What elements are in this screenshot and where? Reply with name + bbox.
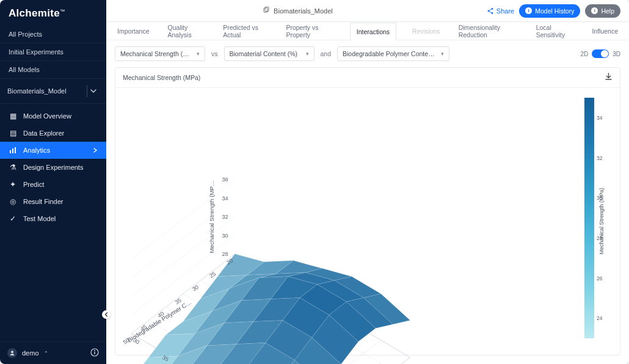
tab-interactions[interactable]: Interactions <box>350 23 396 41</box>
tab-influence[interactable]: Influence <box>589 22 620 40</box>
help-label: Help <box>601 7 614 15</box>
nav-all-models[interactable]: All Models <box>0 61 106 78</box>
model-history-label: Model History <box>535 7 574 15</box>
layers-icon: ▦ <box>9 112 17 120</box>
svg-marker-64 <box>131 356 178 364</box>
sidebar-item-result-finder[interactable]: ◎ Result Finder <box>0 193 106 210</box>
model-selector-label: Biomaterials_Model <box>7 87 67 95</box>
colorbar: 242628303234 Mechanical Strength (MPa) <box>584 98 605 338</box>
share-label: Share <box>496 7 514 15</box>
tab-revisions: Revisions <box>410 22 443 40</box>
share-button[interactable]: Share <box>487 7 514 15</box>
chevron-down-icon: ▾ <box>197 51 200 57</box>
main-content: Biomaterials_Model Share i Model History… <box>106 0 629 364</box>
user-menu[interactable]: demo ⌃ <box>7 348 48 358</box>
avatar-icon <box>7 348 17 358</box>
sidebar-item-predict[interactable]: ✦ Predict <box>0 176 106 193</box>
info-dot-icon: i <box>591 7 598 14</box>
svg-text:34: 34 <box>222 195 228 202</box>
sidebar: Alchemite™ All Projects Initial Experime… <box>0 0 106 364</box>
chart-panel-header: Mechanical Strength (MPa) <box>115 68 620 88</box>
info-icon[interactable] <box>90 348 99 358</box>
select-value: Biomaterial Content (%) <box>230 50 297 57</box>
tab-predicted-vs-actual[interactable]: Predicted vs Actual <box>220 22 270 40</box>
top-actions: Share i Model History i Help <box>487 4 620 18</box>
toggle-3d-label: 3D <box>613 51 620 57</box>
svg-rect-1 <box>12 148 13 153</box>
copy-icon[interactable] <box>263 7 270 15</box>
sidebar-item-label: Result Finder <box>23 198 63 205</box>
user-name: demo <box>22 349 39 357</box>
chevron-up-icon: ⌃ <box>44 351 48 356</box>
collapse-sidebar-button[interactable] <box>102 310 111 319</box>
svg-text:25: 25 <box>208 271 217 279</box>
chevron-down-icon: ▾ <box>441 51 444 57</box>
svg-text:30: 30 <box>191 284 200 293</box>
tab-quality-analysis[interactable]: Quality Analysis <box>165 22 208 40</box>
help-button[interactable]: i Help <box>585 4 620 18</box>
tab-dimensionality-reduction[interactable]: Dimensionality Reduction <box>456 22 520 40</box>
view-toggle-switch[interactable] <box>592 49 609 58</box>
table-icon: ▤ <box>9 129 17 137</box>
svg-rect-2 <box>15 147 16 153</box>
colorbar-label: Mechanical Strength (MPa) <box>598 187 605 254</box>
sidebar-item-label: Predict <box>23 181 44 188</box>
surface-plot: 2830323436Mechanical Strength (MP…303540… <box>115 88 620 364</box>
sidebar-footer: demo ⌃ <box>0 341 106 364</box>
model-sub-nav: ▦ Model Overview ▤ Data Explorer Analyti… <box>0 104 106 227</box>
brand-logo: Alchemite™ <box>0 0 106 26</box>
select-value: Mechanical Strength (MPa) <box>120 50 191 57</box>
sidebar-item-label: Data Explorer <box>23 129 64 137</box>
sidebar-item-label: Analytics <box>23 147 50 154</box>
svg-text:36: 36 <box>222 177 228 183</box>
sidebar-item-data-explorer[interactable]: ▤ Data Explorer <box>0 125 106 142</box>
model-selector[interactable]: Biomaterials_Model <box>0 79 106 104</box>
flask-icon: ⚗ <box>9 163 17 172</box>
bars-icon <box>9 146 17 155</box>
sidebar-item-design-experiments[interactable]: ⚗ Design Experiments <box>0 159 106 176</box>
chart-area[interactable]: 2830323436Mechanical Strength (MP…303540… <box>115 88 620 355</box>
y-axis-select[interactable]: Biodegradable Polymer Content ( ▾ <box>337 46 449 61</box>
svg-text:32: 32 <box>222 214 228 220</box>
svg-rect-0 <box>10 150 11 153</box>
breadcrumb: Biomaterials_Model <box>115 7 481 15</box>
chevron-down-icon <box>87 85 99 97</box>
vs-label: vs <box>210 50 219 57</box>
tab-property-vs-property[interactable]: Property vs Property <box>283 22 336 40</box>
tab-importance[interactable]: Importance <box>115 22 152 40</box>
brand-text: Alchemite <box>9 7 60 19</box>
app-window: Alchemite™ All Projects Initial Experime… <box>0 0 629 364</box>
svg-point-10 <box>487 10 489 12</box>
download-icon[interactable] <box>605 73 613 82</box>
z-axis-select[interactable]: Mechanical Strength (MPa) ▾ <box>115 46 205 61</box>
controls-row: Mechanical Strength (MPa) ▾ vs Biomateri… <box>106 40 629 67</box>
chart-panel: Mechanical Strength (MPa) 2830323436Mech… <box>115 67 620 355</box>
view-toggle: 2D 3D <box>580 49 620 58</box>
target-icon: ✦ <box>9 180 17 189</box>
chevron-down-icon: ▾ <box>306 51 309 57</box>
sidebar-item-test-model[interactable]: ✓ Test Model <box>0 210 106 227</box>
svg-text:30: 30 <box>222 233 228 239</box>
tab-local-sensitivity[interactable]: Local Sensitivity <box>534 22 576 40</box>
svg-point-3 <box>11 351 13 353</box>
check-icon: ✓ <box>9 214 17 223</box>
trademark: ™ <box>60 9 65 14</box>
select-value: Biodegradable Polymer Content ( <box>343 50 435 57</box>
svg-rect-6 <box>94 352 95 354</box>
toggle-2d-label: 2D <box>580 51 588 57</box>
nav-all-projects[interactable]: All Projects <box>0 26 106 43</box>
chevron-right-icon <box>93 147 98 154</box>
x-axis-select[interactable]: Biomaterial Content (%) ▾ <box>224 46 314 61</box>
colorbar-gradient <box>584 98 594 338</box>
analytics-tabs: Importance Quality Analysis Predicted vs… <box>106 22 629 40</box>
sidebar-item-label: Design Experiments <box>23 164 83 171</box>
nav-initial-experiments[interactable]: Initial Experiments <box>0 43 106 60</box>
sidebar-item-model-overview[interactable]: ▦ Model Overview <box>0 107 106 125</box>
sidebar-item-label: Model Overview <box>23 112 71 120</box>
chart-title: Mechanical Strength (MPa) <box>123 74 200 81</box>
sidebar-item-label: Test Model <box>23 215 56 222</box>
info-dot-icon: i <box>525 7 532 14</box>
model-history-button[interactable]: i Model History <box>519 4 580 18</box>
sidebar-item-analytics[interactable]: Analytics <box>0 142 106 159</box>
breadcrumb-label: Biomaterials_Model <box>274 7 333 15</box>
